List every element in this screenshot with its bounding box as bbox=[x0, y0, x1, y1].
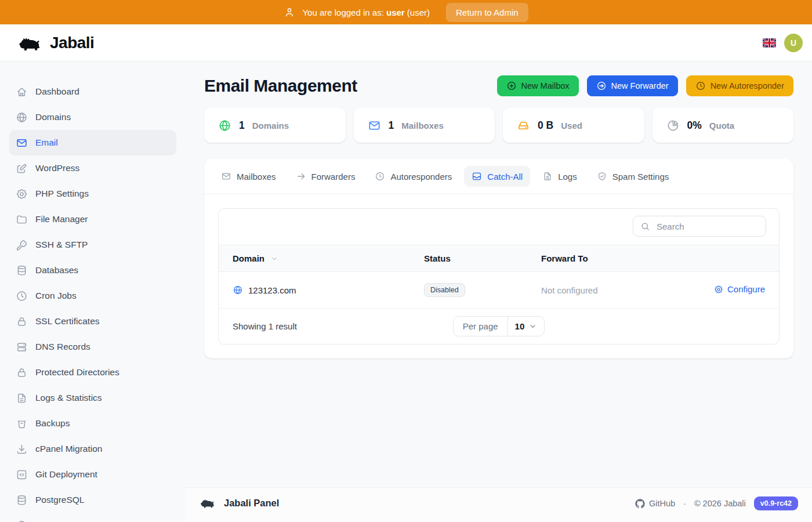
sidebar-item-protected-directories[interactable]: Protected Directories bbox=[9, 360, 176, 385]
search-input[interactable] bbox=[655, 221, 759, 232]
pie-chart-icon bbox=[666, 119, 680, 132]
globe-icon bbox=[218, 119, 231, 132]
stat-label: Domains bbox=[252, 121, 289, 130]
sidebar-item-dashboard[interactable]: Dashboard bbox=[9, 79, 176, 104]
footer-copyright: © 2026 Jabali bbox=[694, 499, 746, 508]
tab-mailboxes[interactable]: Mailboxes bbox=[213, 166, 284, 187]
column-header-actions bbox=[692, 245, 779, 272]
boar-logo-icon bbox=[17, 33, 44, 53]
circle-icon bbox=[16, 520, 28, 522]
github-link[interactable]: GitHub bbox=[635, 499, 675, 509]
github-icon bbox=[635, 499, 645, 509]
circle-plus-icon bbox=[506, 81, 517, 91]
per-page-select[interactable]: 10 bbox=[508, 317, 545, 336]
shield-check-icon bbox=[597, 171, 607, 182]
per-page-label: Per page bbox=[454, 317, 508, 336]
column-header-domain[interactable]: Domain bbox=[219, 245, 410, 272]
sidebar-item-domains[interactable]: Domains bbox=[9, 104, 176, 130]
impersonation-bar: You are logged in as: user (user) Return… bbox=[0, 0, 812, 24]
file-text-icon bbox=[16, 392, 28, 404]
user-icon bbox=[284, 6, 295, 18]
stat-value: 1 bbox=[239, 119, 245, 132]
sidebar-item-git-deployment[interactable]: Git Deployment bbox=[9, 462, 176, 487]
uk-flag-icon[interactable] bbox=[763, 38, 776, 48]
new-forwarder-button[interactable]: New Forwarder bbox=[587, 75, 678, 96]
pagination: Showing 1 result Per page 10 bbox=[219, 309, 779, 344]
sidebar-item-file-manager[interactable]: File Manager bbox=[9, 206, 176, 232]
sidebar-item-ssl-certificates[interactable]: SSL Certificates bbox=[9, 309, 176, 334]
globe-icon bbox=[233, 285, 243, 295]
folder-icon bbox=[16, 213, 28, 226]
sidebar-item-cron-jobs[interactable]: Cron Jobs bbox=[9, 283, 176, 309]
code-icon bbox=[16, 469, 28, 481]
stat-card-domains: 1 Domains bbox=[204, 108, 346, 143]
chevron-down-icon bbox=[528, 322, 537, 331]
brand-logo[interactable]: Jabali bbox=[17, 33, 94, 53]
mail-icon bbox=[221, 171, 231, 182]
tab-autoresponders[interactable]: Autoresponders bbox=[367, 166, 459, 187]
sidebar-item-dns-records[interactable]: DNS Records bbox=[9, 334, 176, 360]
footer-brand: Jabali Panel bbox=[224, 498, 279, 509]
sidebar-item-postgresql[interactable]: PostgreSQL bbox=[9, 487, 176, 513]
main-content: Email Management New Mailbox New Forward… bbox=[186, 61, 812, 487]
lock-icon bbox=[16, 367, 28, 379]
stat-card-quota: 0% Quota bbox=[652, 108, 794, 143]
database-icon bbox=[16, 494, 28, 506]
tab-logs[interactable]: Logs bbox=[535, 166, 585, 187]
stat-label: Quota bbox=[709, 121, 734, 130]
column-header-forward-to: Forward To bbox=[527, 245, 692, 272]
stat-value: 1 bbox=[389, 119, 394, 132]
status-badge: Disabled bbox=[424, 283, 465, 297]
sidebar-item-php-settings[interactable]: PHP Settings bbox=[9, 181, 176, 206]
mail-icon bbox=[368, 119, 381, 132]
sidebar-item-cpanel-migration[interactable]: cPanel Migration bbox=[9, 436, 176, 462]
search-box bbox=[633, 216, 766, 237]
sidebar-item-wordpress[interactable]: WordPress bbox=[9, 155, 176, 181]
per-page-control: Per page 10 bbox=[453, 316, 545, 336]
key-icon bbox=[16, 239, 28, 251]
sidebar-item-email[interactable]: Email bbox=[9, 130, 176, 155]
boar-logo-icon bbox=[200, 496, 217, 509]
clock-icon bbox=[375, 171, 385, 182]
sidebar-item-databases[interactable]: Databases bbox=[9, 258, 176, 283]
stat-value: 0% bbox=[687, 119, 702, 132]
stat-card-mailboxes: 1 Mailboxes bbox=[354, 108, 495, 143]
new-mailbox-button[interactable]: New Mailbox bbox=[497, 75, 579, 96]
results-count: Showing 1 result bbox=[233, 321, 453, 331]
tab-forwarders[interactable]: Forwarders bbox=[288, 166, 363, 187]
catch-all-table: Domain Status Forward To bbox=[219, 245, 779, 309]
brand-name: Jabali bbox=[50, 34, 94, 52]
stat-card-used: 0 B Used bbox=[503, 108, 644, 143]
arrow-right-icon bbox=[296, 171, 306, 182]
gear-icon bbox=[16, 188, 28, 200]
catch-all-card: Domain Status Forward To bbox=[218, 208, 780, 345]
sidebar-item-logs-statistics[interactable]: Logs & Statistics bbox=[9, 385, 176, 411]
edit-icon bbox=[16, 162, 28, 175]
chevron-down-icon bbox=[270, 255, 278, 263]
app-header: Jabali U bbox=[0, 24, 812, 61]
search-icon bbox=[640, 222, 650, 231]
file-text-icon bbox=[542, 171, 553, 182]
gear-icon bbox=[714, 285, 723, 294]
sidebar-item-ssh-sftp[interactable]: SSH & SFTP bbox=[9, 232, 176, 258]
table-header-row: Domain Status Forward To bbox=[219, 245, 779, 272]
mail-icon bbox=[16, 137, 28, 149]
tab-catch-all[interactable]: Catch-All bbox=[464, 166, 530, 187]
login-message: You are logged in as: user (user) bbox=[302, 8, 430, 17]
sidebar-item-partial[interactable] bbox=[9, 513, 176, 522]
return-to-admin-button[interactable]: Return to Admin bbox=[446, 3, 528, 22]
sidebar-item-backups[interactable]: Backups bbox=[9, 411, 176, 436]
page-title: Email Management bbox=[204, 76, 357, 96]
table-row: 123123.com Disabled Not configured Conf bbox=[219, 272, 779, 309]
configure-button[interactable]: Configure bbox=[714, 284, 765, 294]
footer-separator: · bbox=[683, 499, 686, 508]
globe-icon bbox=[16, 111, 28, 124]
stat-label: Mailboxes bbox=[401, 121, 444, 130]
new-autoresponder-button[interactable]: New Autoresponder bbox=[686, 75, 793, 96]
bucket-icon bbox=[16, 418, 28, 430]
tab-spam-settings[interactable]: Spam Settings bbox=[589, 166, 677, 187]
login-role: (user) bbox=[407, 8, 430, 17]
sidebar: Dashboard Domains Email WordPress PHP Se… bbox=[0, 61, 186, 522]
forward-to-value: Not configured bbox=[541, 285, 598, 295]
avatar[interactable]: U bbox=[784, 34, 803, 52]
